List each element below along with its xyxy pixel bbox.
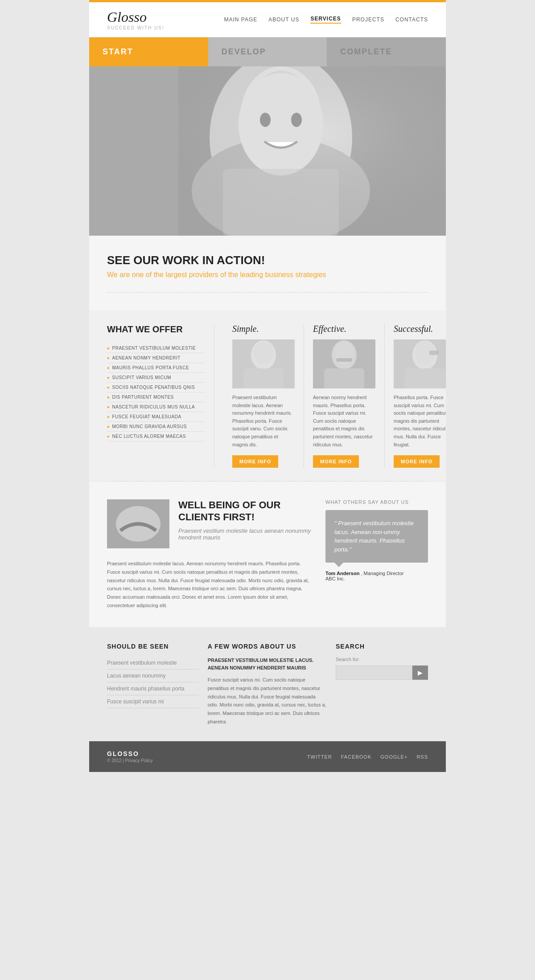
nav-contacts[interactable]: CONTACTS (395, 16, 428, 23)
offer-divider (214, 324, 214, 468)
list-item: MAURIS PHALLUS PORTA FUSCE (107, 363, 205, 373)
search-col: SEARCH Search for: ▶ (336, 643, 428, 726)
divider (107, 292, 428, 293)
wellbeing-text: Praesent vestibulum molestie lacus. Aene… (107, 559, 312, 609)
svg-rect-20 (336, 358, 352, 362)
offer-list: PRAESENT VESTIBULUM MOLESTIE AENEAN NONM… (107, 343, 205, 441)
should-be-seen-item[interactable]: Praesent vestibulum molestie (107, 657, 199, 670)
footer-copy: © 2012 | Privacy Policy (107, 758, 153, 763)
card-2-text: Aenean nonmy hendrerit mauris. Phasellus… (313, 394, 375, 449)
offer-cards: Simple. Praesent vestibulum molestie lac… (223, 324, 446, 468)
list-item: SUSCIPIT VARIUS MICUM (107, 373, 205, 383)
footer-link-googleplus[interactable]: GOOGLE+ (380, 754, 407, 760)
list-item: PRAESENT VESTIBULUM MOLESTIE (107, 343, 205, 353)
card-3-title: Successful. (394, 324, 446, 334)
footer-link-facebook[interactable]: FACEBOOK (341, 754, 372, 760)
offer-card-3: Successful. Phasellus porta. Fusce susci… (384, 324, 446, 468)
logo-text: Glosso (107, 9, 165, 25)
about-text: Fusce suscipit varius mi. Cum sociis nat… (208, 676, 327, 726)
footer-links: TWITTER FACEBOOK GOOGLE+ RSS (307, 754, 428, 760)
tab-start[interactable]: START (89, 37, 208, 66)
footer-link-twitter[interactable]: TWITTER (307, 754, 332, 760)
footer: GLOSSO © 2012 | Privacy Policy TWITTER F… (89, 741, 446, 772)
list-item: NEC LUCTUS ALOREM MAECAS (107, 432, 205, 441)
card-3-text: Phasellus porta. Fusce suscipit varius m… (394, 394, 446, 449)
nav-about-us[interactable]: ABOUT US (268, 16, 299, 23)
offer-card-2: Effective. Aenean nonmy hendrerit mauris… (304, 324, 384, 468)
card-3-image (394, 339, 446, 388)
tab-develop[interactable]: DEVELOP (208, 37, 327, 66)
logo-tagline: SUCCEED WITH US! (107, 25, 165, 30)
main-nav: MAIN PAGE ABOUT US SERVICES PROJECTS CON… (224, 16, 428, 24)
wellbeing-image (107, 499, 169, 548)
svg-point-15 (254, 341, 273, 364)
card-1-image (232, 339, 295, 388)
svg-point-8 (239, 73, 323, 176)
offer-section: WHAT WE OFFER PRAESENT VESTIBULUM MOLEST… (89, 310, 446, 481)
card-1-text: Praesent vestibulum molestie lacus. Aene… (232, 394, 295, 449)
svg-rect-14 (243, 368, 284, 388)
about-us-col-title: A FEW WORDS ABOUT US (208, 643, 327, 650)
nav-projects[interactable]: PROJECTS (352, 16, 384, 23)
svg-rect-18 (324, 368, 364, 388)
footer-link-rss[interactable]: RSS (416, 754, 428, 760)
tab-complete[interactable]: COMPLETE (327, 37, 446, 66)
author-title: , Managing Director (361, 571, 403, 576)
wellbeing-header: WELL BEING OF OUR CLIENTS FIRST! Praesen… (107, 499, 312, 553)
work-title: SEE OUR WORK IN ACTION! (107, 253, 428, 267)
should-be-seen-item[interactable]: Fusce suscipit varius mi (107, 695, 199, 708)
card-2-image (313, 339, 375, 388)
svg-rect-25 (429, 351, 438, 355)
offer-title: WHAT WE OFFER (107, 324, 205, 335)
search-input[interactable] (336, 666, 412, 680)
card-1-title: Simple. (232, 324, 295, 334)
list-item: FUSCE FEUGIAT MALESUADA (107, 412, 205, 422)
svg-point-9 (260, 113, 271, 127)
nav-services[interactable]: SERVICES (310, 16, 341, 24)
work-section: SEE OUR WORK IN ACTION! We are one of th… (89, 236, 446, 310)
testimonial-text: " Praesent vestibulum molestie lacus. Ae… (334, 519, 419, 554)
tabs-bar: START DEVELOP COMPLETE (89, 37, 446, 66)
card-2-title: Effective. (313, 324, 375, 334)
about-highlight: PRAESENT VESTIBULUM MOLESTIE LACUS. AENE… (208, 657, 327, 671)
nav-main-page[interactable]: MAIN PAGE (224, 16, 257, 23)
card-1-more-button[interactable]: MORE INFO (232, 455, 278, 468)
svg-point-10 (291, 113, 302, 127)
wellbeing-subtitle: Praesent vestilum molestie lacus aenean … (178, 527, 312, 541)
search-title: SEARCH (336, 643, 428, 650)
wellbeing-right: WHAT OTHERS SAY ABOUT US " Praesent vest… (325, 499, 428, 609)
footer-brand: GLOSSO (107, 750, 153, 757)
offer-left-panel: WHAT WE OFFER PRAESENT VESTIBULUM MOLEST… (107, 324, 205, 468)
list-item: SOCIIS NATOQUE PENATIBUS QNIS (107, 383, 205, 392)
testimonial-box: " Praesent vestibulum molestie lacus. Ae… (325, 510, 428, 563)
testimonial-author: Tom Anderson , Managing Director ABC Inc… (325, 571, 428, 581)
svg-rect-11 (223, 169, 339, 236)
footer-left: GLOSSO © 2012 | Privacy Policy (107, 750, 153, 763)
wellbeing-title-block: WELL BEING OF OUR CLIENTS FIRST! Praesen… (178, 499, 312, 541)
testimonial-label: WHAT OTHERS SAY ABOUT US (325, 499, 428, 505)
hero-background (89, 66, 446, 236)
logo: Glosso SUCCEED WITH US! (107, 9, 165, 30)
wellbeing-left: WELL BEING OF OUR CLIENTS FIRST! Praesen… (107, 499, 312, 609)
should-be-seen-title: SHOULD BE SEEN (107, 643, 199, 650)
search-button[interactable]: ▶ (412, 666, 428, 680)
wellbeing-section: WELL BEING OF OUR CLIENTS FIRST! Praesen… (89, 482, 446, 627)
author-company: ABC Inc. (325, 576, 345, 581)
header: Glosso SUCCEED WITH US! MAIN PAGE ABOUT … (89, 2, 446, 37)
search-label: Search for: (336, 657, 428, 662)
author-name: Tom Anderson (325, 571, 359, 576)
offer-card-1: Simple. Praesent vestibulum molestie lac… (223, 324, 304, 468)
list-item: MORBI NUNC GRAVIDA AURSUS (107, 422, 205, 432)
list-item: NASCETUR RIDICULUS MUS NULLA (107, 402, 205, 412)
list-item: DIS PARTURIENT MONTES (107, 392, 205, 402)
should-be-seen-list: Praesent vestibulum molestie Lacus aenea… (107, 657, 199, 708)
hero-image (89, 66, 446, 236)
card-3-more-button[interactable]: MORE INFO (394, 455, 440, 468)
card-2-more-button[interactable]: MORE INFO (313, 455, 359, 468)
should-be-seen-item[interactable]: Lacus aenean nonummy (107, 670, 199, 682)
about-us-col: A FEW WORDS ABOUT US PRAESENT VESTIBULUM… (208, 643, 327, 726)
should-be-seen-col: SHOULD BE SEEN Praesent vestibulum moles… (107, 643, 199, 726)
hero-section (89, 66, 446, 236)
should-be-seen-item[interactable]: Hendrerit mauris phasellus porta (107, 682, 199, 695)
bottom-section: SHOULD BE SEEN Praesent vestibulum moles… (89, 627, 446, 741)
